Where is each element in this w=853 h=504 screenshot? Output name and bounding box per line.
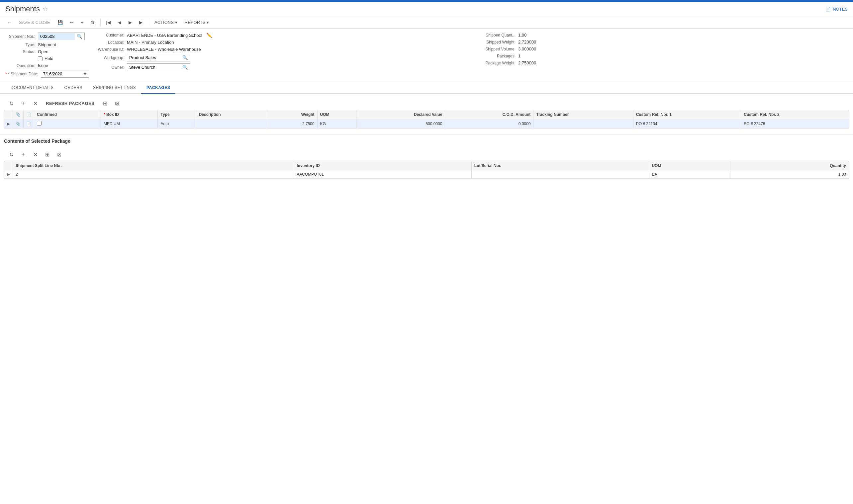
next-button[interactable]: ▶ [125,19,135,26]
doc-icon: 📄 [26,112,31,117]
contents-section: Contents of Selected Package ↻ + ✕ ⊞ ⊠ S… [0,134,853,181]
actions-label: ACTIONS [155,20,174,25]
shipped-quant-label: Shipped Quant... [472,33,516,37]
packages-delete-button[interactable]: ✕ [31,98,40,108]
back-button[interactable]: ← [4,19,15,26]
undo-icon: ↩ [70,20,74,25]
shipment-nbr-field[interactable]: 🔍 [38,33,85,40]
contents-section-title: Contents of Selected Package [4,137,849,145]
owner-search-icon[interactable]: 🔍 [180,64,190,71]
packages-section: ↻ + ✕ REFRESH PACKAGES ⊞ ⊠ 📎 📄 Confirmed [0,94,853,131]
undo-button[interactable]: ↩ [67,19,77,26]
owner-input[interactable] [127,64,180,71]
row-declared-value-cell: 500.0000 [356,119,445,128]
hold-checkbox[interactable] [38,56,42,61]
shipment-nbr-search-icon[interactable]: 🔍 [75,33,84,40]
col-box-id-label: Box ID [106,112,119,117]
confirmed-checkbox[interactable] [37,121,41,126]
type-row: Type: Shipment [5,42,92,47]
col-confirmed: Confirmed [34,110,101,119]
col-doc: 📄 [23,110,34,119]
form-col-left: Shipment Nbr.: 🔍 Type: Shipment Status: … [5,33,92,78]
form-col-right: Shipped Quant... 1.00 Shipped Weight: 2.… [472,33,848,78]
form-area: Shipment Nbr.: 🔍 Type: Shipment Status: … [0,29,853,82]
row-cod-amount-cell: 0.0000 [445,119,533,128]
shipment-nbr-row: Shipment Nbr.: 🔍 [5,33,92,40]
workgroup-field[interactable]: 🔍 [127,54,190,61]
contents-quantity-cell[interactable]: 1.00 [730,170,849,179]
shipment-nbr-input[interactable] [38,33,75,40]
contents-col-quantity: Quantity [730,161,849,170]
col-type: Type [158,110,196,119]
customer-label: Customer: [94,33,124,37]
favorite-icon[interactable]: ☆ [42,5,48,13]
tab-packages[interactable]: PACKAGES [141,82,175,94]
first-button[interactable]: |◀ [103,19,113,26]
contents-col-uom: UOM [649,161,730,170]
packages-row: Packages: 1 [472,53,848,58]
first-icon: |◀ [106,20,110,25]
packages-refresh-icon[interactable]: ↻ [7,98,16,108]
contents-export-icon[interactable]: ⊠ [54,150,64,159]
contents-refresh-icon[interactable]: ↻ [7,150,16,159]
contents-add-button[interactable]: + [19,150,28,159]
row-expand-cell[interactable]: ▶ [4,119,13,128]
owner-row: Owner: 🔍 [94,64,470,71]
tab-shipping-settings[interactable]: SHIPPING SETTINGS [88,82,141,94]
contents-row-expand-cell[interactable]: ▶ [4,170,13,179]
customer-edit-icon[interactable]: ✏️ [206,33,212,38]
package-weight-row: Package Weight: 2.750000 [472,60,848,66]
contents-row-expand-icon[interactable]: ▶ [7,172,10,177]
table-row[interactable]: ▶ 📎 📄 MEDIUM Auto 2.7500 KG 500.0000 0.0… [4,119,849,128]
prev-button[interactable]: ◀ [114,19,125,26]
tab-document-details[interactable]: DOCUMENT DETAILS [5,82,59,94]
contents-lot-serial-cell [472,170,649,179]
packages-add-button[interactable]: + [19,98,28,108]
row-uom-cell: KG [317,119,356,128]
refresh-packages-button[interactable]: REFRESH PACKAGES [42,100,97,107]
col-custom-ref-1: Custom Ref. Nbr. 1 [633,110,741,119]
package-weight-label: Package Weight: [472,61,516,66]
shipped-volume-value: 3.000000 [518,47,536,52]
type-value: Shipment [38,42,56,47]
delete-icon: 🗑 [91,20,95,25]
col-tracking-number: Tracking Number [533,110,633,119]
toolbar: ← SAVE & CLOSE 💾 ↩ + 🗑 |◀ ◀ ▶ ▶| ACTIONS… [0,16,853,29]
row-attachment-icon: 📎 [16,122,21,126]
actions-button[interactable]: ACTIONS ▾ [151,19,181,26]
title-text: Shipments [5,5,40,13]
last-icon: ▶| [139,20,143,25]
save-close-button[interactable]: SAVE & CLOSE [16,19,53,26]
row-confirmed-cell[interactable] [34,119,101,128]
workgroup-input[interactable] [127,54,180,61]
last-button[interactable]: ▶| [136,19,147,26]
row-doc-icon: 📄 [26,122,31,126]
shipment-date-select[interactable]: 7/16/2020 [41,70,89,78]
col-declared-value: Declared Value [356,110,445,119]
contents-delete-button[interactable]: ✕ [31,150,40,159]
contents-uom-cell: EA [649,170,730,179]
notes-button[interactable]: 📄 NOTES [825,7,848,12]
row-attachment-cell: 📎 [13,119,23,128]
packages-fit-columns-icon[interactable]: ⊞ [100,98,110,108]
owner-field[interactable]: 🔍 [127,64,190,71]
packages-export-icon[interactable]: ⊠ [112,98,122,108]
tab-orders[interactable]: ORDERS [59,82,88,94]
contents-fit-columns-icon[interactable]: ⊞ [42,150,52,159]
reports-button[interactable]: REPORTS ▾ [181,19,213,26]
attachment-icon: 📎 [16,112,21,117]
workgroup-search-icon[interactable]: 🔍 [180,54,190,61]
contents-split-line-cell: 2 [13,170,294,179]
shipped-weight-value: 2.720000 [518,39,536,44]
back-icon: ← [7,20,12,25]
col-attachment: 📎 [13,110,23,119]
package-weight-value: 2.750000 [518,60,536,66]
save-icon-button[interactable]: 💾 [54,19,66,26]
row-expand-icon[interactable]: ▶ [7,122,10,126]
add-button[interactable]: + [78,19,87,26]
row-tracking-number-cell [533,119,633,128]
shipped-volume-row: Shipped Volume: 3.000000 [472,47,848,52]
contents-table-row[interactable]: ▶ 2 AACOMPUT01 EA 1.00 [4,170,849,179]
delete-button[interactable]: 🗑 [87,19,98,26]
col-description: Description [196,110,268,119]
